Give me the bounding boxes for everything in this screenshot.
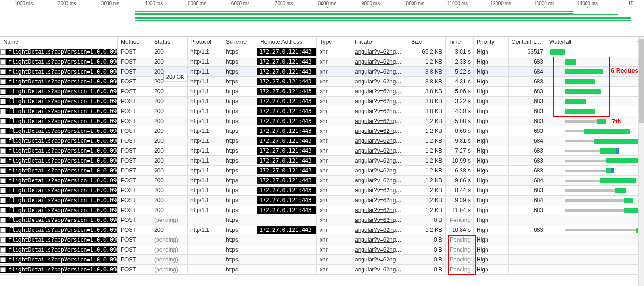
table-row[interactable]: flightDetails?appVersion=1.0.0.0904POST2… [0, 156, 644, 166]
name-cell[interactable]: flightDetails?appVersion=1.0.0.0904 [0, 138, 117, 144]
waterfall-cell[interactable] [546, 87, 644, 97]
name-cell[interactable]: flightDetails?appVersion=1.0.0.0904 [0, 128, 117, 134]
waterfall-cell[interactable] [546, 235, 644, 245]
row-checkbox[interactable] [0, 99, 6, 104]
header-time[interactable]: Time [446, 37, 474, 47]
row-checkbox[interactable] [0, 237, 6, 243]
row-checkbox[interactable] [0, 109, 6, 114]
waterfall-cell[interactable] [546, 116, 644, 126]
waterfall-cell[interactable] [546, 186, 644, 196]
row-checkbox[interactable] [0, 119, 6, 124]
initiator-cell[interactable]: angular?v=62ngEIYf... [352, 156, 408, 166]
waterfall-cell[interactable] [546, 47, 644, 57]
name-cell[interactable]: flightDetails?appVersion=1.0.0.0904 [0, 197, 117, 204]
name-cell[interactable]: flightDetails?appVersion=1.0.0.0904 [0, 237, 117, 243]
table-row[interactable]: flightDetails?appVersion=1.0.0.0904POST2… [0, 126, 644, 136]
waterfall-cell[interactable] [546, 136, 644, 146]
waterfall-cell[interactable] [546, 265, 644, 275]
header-status[interactable]: Status [151, 37, 188, 47]
initiator-cell[interactable]: angular?v=62ngEIYf... [352, 57, 408, 67]
initiator-cell[interactable]: angular?v=62ngEIYf... [352, 136, 408, 146]
header-type[interactable]: Type [317, 37, 352, 47]
name-cell[interactable]: flightDetails?appVersion=1.0.0.0904 [0, 88, 117, 95]
name-cell[interactable]: flightDetails?appVersion=1.0.0.0904 [0, 256, 117, 263]
initiator-cell[interactable]: angular?v=62ngEIYf... [352, 215, 408, 225]
waterfall-cell[interactable] [546, 146, 644, 156]
initiator-cell[interactable]: angular?v=62ngEIYf... [352, 106, 408, 116]
name-cell[interactable]: flightDetails?appVersion=1.0.0.0904 [0, 108, 117, 114]
table-row[interactable]: flightDetails?appVersion=1.0.0.0904POST(… [0, 215, 644, 225]
waterfall-cell[interactable] [546, 176, 644, 186]
initiator-cell[interactable]: angular?v=62ngEIYf... [352, 47, 408, 57]
initiator-cell[interactable]: angular?v=62ngEIYf... [352, 196, 408, 205]
waterfall-cell[interactable] [546, 57, 644, 67]
table-row[interactable]: flightDetails?appVersion=1.0.0.0904POST2… [0, 186, 644, 196]
initiator-cell[interactable]: angular?v=62ngEIYf... [352, 116, 408, 126]
waterfall-cell[interactable] [546, 106, 644, 116]
initiator-cell[interactable]: angular?v=62ngEIYf... [352, 87, 408, 97]
table-row[interactable]: flightDetails?appVersion=1.0.0.0904POST2… [0, 116, 644, 126]
waterfall-cell[interactable] [546, 196, 644, 205]
header-content-length[interactable]: Content-L... [509, 37, 546, 47]
waterfall-cell[interactable] [546, 205, 644, 215]
waterfall-cell[interactable] [546, 215, 644, 225]
name-cell[interactable]: flightDetails?appVersion=1.0.0.0904 [0, 207, 117, 213]
waterfall-cell[interactable] [546, 156, 644, 166]
row-checkbox[interactable] [0, 208, 6, 213]
initiator-cell[interactable]: angular?v=62ngEIYf... [352, 265, 408, 275]
table-row[interactable]: flightDetails?appVersion=1.0.0.0904POST(… [0, 245, 644, 255]
name-cell[interactable]: flightDetails?appVersion=1.0.0.0904 [0, 118, 117, 124]
scrollbar-thumb[interactable] [639, 39, 644, 123]
name-cell[interactable]: flightDetails?appVersion=1.0.0.0904 [0, 49, 117, 55]
initiator-cell[interactable]: angular?v=62ngEIYf... [352, 255, 408, 265]
table-row[interactable]: flightDetails?appVersion=1.0.0.0904POST2… [0, 106, 644, 116]
name-cell[interactable]: flightDetails?appVersion=1.0.0.0904 [0, 147, 117, 154]
header-initiator[interactable]: Initiator [352, 37, 408, 47]
waterfall-cell[interactable] [546, 77, 644, 87]
row-checkbox[interactable] [0, 79, 6, 84]
row-checkbox[interactable] [0, 267, 6, 272]
table-row[interactable]: flightDetails?appVersion=1.0.0.0904POST2… [0, 87, 644, 97]
row-checkbox[interactable] [0, 178, 6, 183]
row-checkbox[interactable] [0, 69, 6, 74]
table-row[interactable]: flightDetails?appVersion=1.0.0.0904POST2… [0, 47, 644, 57]
header-waterfall[interactable]: Waterfall [546, 37, 644, 47]
name-cell[interactable]: flightDetails?appVersion=1.0.0.0904 [0, 246, 117, 253]
row-checkbox[interactable] [0, 59, 6, 65]
row-checkbox[interactable] [0, 148, 6, 154]
row-checkbox[interactable] [0, 129, 6, 134]
table-row[interactable]: flightDetails?appVersion=1.0.0.0904POST(… [0, 255, 644, 265]
initiator-cell[interactable]: angular?v=62ngEIYf... [352, 225, 408, 235]
table-row[interactable]: flightDetails?appVersion=1.0.0.0904POST2… [0, 67, 644, 77]
table-row[interactable]: flightDetails?appVersion=1.0.0.0904POST2… [0, 97, 644, 106]
header-name[interactable]: Name [0, 37, 118, 47]
row-checkbox[interactable] [0, 247, 6, 253]
initiator-cell[interactable]: angular?v=62ngEIYf... [352, 235, 408, 245]
table-row[interactable]: flightDetails?appVersion=1.0.0.0904POST(… [0, 235, 644, 245]
initiator-cell[interactable]: angular?v=62ngEIYf... [352, 97, 408, 106]
initiator-cell[interactable]: angular?v=62ngEIYf... [352, 205, 408, 215]
header-scheme[interactable]: Scheme [223, 37, 257, 47]
waterfall-cell[interactable] [546, 225, 644, 235]
name-cell[interactable]: flightDetails?appVersion=1.0.0.0904 [0, 177, 117, 184]
header-size[interactable]: Size [408, 37, 446, 47]
row-checkbox[interactable] [0, 158, 6, 163]
initiator-cell[interactable]: angular?v=62ngEIYf... [352, 176, 408, 186]
initiator-cell[interactable]: angular?v=62ngEIYf... [352, 186, 408, 196]
initiator-cell[interactable]: angular?v=62ngEIYf... [352, 245, 408, 255]
vertical-scrollbar[interactable] [638, 37, 644, 286]
name-cell[interactable]: flightDetails?appVersion=1.0.0.0904 [0, 187, 117, 194]
table-row[interactable]: flightDetails?appVersion=1.0.0.0904POST2… [0, 136, 644, 146]
row-checkbox[interactable] [0, 228, 6, 233]
row-checkbox[interactable] [0, 168, 6, 173]
name-cell[interactable]: flightDetails?appVersion=1.0.0.0904 [0, 58, 117, 65]
row-checkbox[interactable] [0, 139, 6, 144]
name-cell[interactable]: flightDetails?appVersion=1.0.0.0904 [0, 217, 117, 223]
header-priority[interactable]: Priority [474, 37, 509, 47]
table-row[interactable]: flightDetails?appVersion=1.0.0.0904POST2… [0, 196, 644, 205]
initiator-cell[interactable]: angular?v=62ngEIYf... [352, 166, 408, 176]
header-method[interactable]: Method [118, 37, 151, 47]
name-cell[interactable]: flightDetails?appVersion=1.0.0.0904 [0, 167, 117, 174]
table-row[interactable]: flightDetails?appVersion=1.0.0.0904POST(… [0, 265, 644, 275]
name-cell[interactable]: flightDetails?appVersion=1.0.0.0904 [0, 98, 117, 105]
